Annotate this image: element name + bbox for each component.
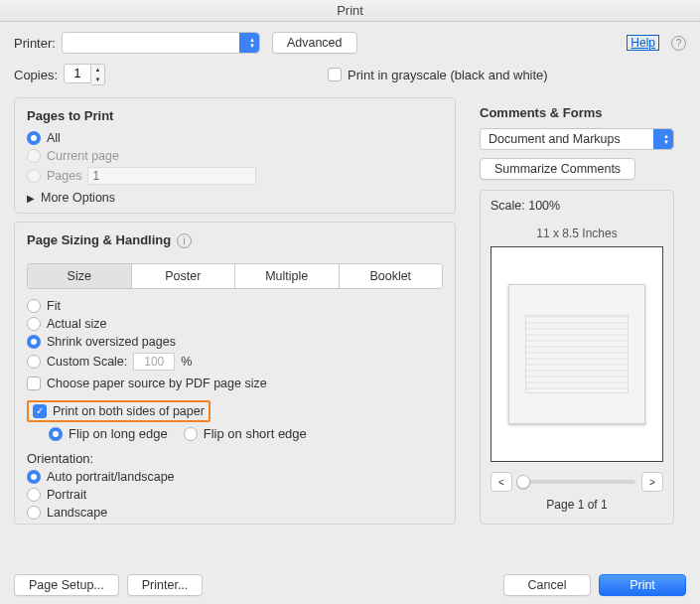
actual-label: Actual size — [47, 317, 106, 331]
more-options-label: More Options — [41, 191, 115, 205]
pages-to-print-panel: Pages to Print All Current page Pages ▶ … — [14, 97, 456, 214]
flip-long-radio[interactable] — [49, 427, 63, 441]
stepper-up-icon[interactable]: ▲ — [91, 65, 104, 75]
preview-frame — [490, 246, 663, 462]
fit-label: Fit — [47, 299, 61, 313]
choose-source-checkbox[interactable] — [27, 377, 41, 390]
pages-current-radio[interactable] — [27, 149, 41, 163]
custom-label: Custom Scale: — [47, 355, 127, 369]
custom-radio[interactable] — [27, 355, 41, 369]
shrink-label: Shrink oversized pages — [47, 335, 176, 349]
preview-page-of: Page 1 of 1 — [490, 498, 663, 512]
copies-label: Copies: — [14, 68, 58, 82]
updown-icon: ▲▼ — [663, 133, 669, 145]
cancel-button[interactable]: Cancel — [503, 574, 591, 596]
tab-booklet[interactable]: Booklet — [340, 264, 443, 288]
stepper-down-icon[interactable]: ▼ — [91, 75, 104, 84]
pages-range-radio[interactable] — [27, 169, 41, 183]
updown-icon: ▲▼ — [249, 37, 255, 49]
preview-next-button[interactable]: > — [641, 472, 663, 492]
orient-auto-label: Auto portrait/landscape — [47, 470, 175, 484]
orient-landscape-radio[interactable] — [27, 506, 41, 520]
tab-size[interactable]: Size — [28, 264, 132, 288]
fit-radio[interactable] — [27, 299, 41, 313]
print-button[interactable]: Print — [599, 574, 686, 596]
pages-all-radio[interactable] — [27, 131, 41, 145]
sizing-title: Page Sizing & Handling — [27, 232, 171, 247]
tab-multiple[interactable]: Multiple — [235, 264, 340, 288]
printer-select[interactable]: ▲▼ — [62, 32, 260, 54]
help-link[interactable]: Help — [627, 35, 659, 51]
preview-thumbnail — [508, 284, 645, 425]
preview-panel: Scale: 100% 11 x 8.5 Inches < > Page 1 o… — [480, 190, 674, 525]
tab-poster[interactable]: Poster — [132, 264, 236, 288]
preview-prev-button[interactable]: < — [490, 472, 512, 492]
preview-slider[interactable] — [518, 480, 635, 484]
sizing-panel: Page Sizing & Handling i Size Poster Mul… — [14, 222, 456, 525]
summarize-button[interactable]: Summarize Comments — [480, 158, 635, 180]
orient-auto-radio[interactable] — [27, 470, 41, 484]
pages-range-input[interactable] — [87, 167, 256, 185]
comments-forms-panel: Comments & Forms Document and Markups ▲▼… — [468, 97, 686, 190]
orient-portrait-radio[interactable] — [27, 488, 41, 502]
duplex-highlight: ✓ Print on both sides of paper — [27, 400, 210, 422]
disclosure-triangle-icon: ▶ — [27, 193, 35, 204]
pages-current-label: Current page — [47, 149, 119, 163]
duplex-checkbox[interactable]: ✓ — [33, 404, 47, 418]
shrink-radio[interactable] — [27, 335, 41, 349]
sizing-info-icon[interactable]: i — [177, 233, 192, 248]
preview-dimensions: 11 x 8.5 Inches — [490, 226, 663, 240]
custom-scale-input[interactable] — [133, 353, 175, 371]
comments-title: Comments & Forms — [480, 105, 674, 120]
comments-value: Document and Markups — [489, 132, 621, 146]
percent-label: % — [181, 355, 192, 369]
grayscale-checkbox[interactable] — [328, 68, 342, 81]
scale-label: Scale: 100% — [490, 199, 663, 213]
orient-landscape-label: Landscape — [47, 506, 107, 520]
more-options-toggle[interactable]: ▶ More Options — [27, 191, 443, 205]
copies-stepper[interactable]: ▲▼ — [64, 64, 105, 85]
actual-radio[interactable] — [27, 317, 41, 331]
orientation-title: Orientation: — [27, 451, 443, 466]
printer-button[interactable]: Printer... — [127, 574, 204, 596]
help-info-icon[interactable]: ? — [671, 36, 686, 51]
flip-long-label: Flip on long edge — [69, 426, 168, 441]
sizing-tabs: Size Poster Multiple Booklet — [27, 263, 443, 289]
choose-source-label: Choose paper source by PDF page size — [47, 377, 267, 390]
page-setup-button[interactable]: Page Setup... — [14, 574, 119, 596]
pages-all-label: All — [47, 131, 61, 145]
pages-range-label: Pages — [47, 169, 81, 183]
advanced-button[interactable]: Advanced — [272, 32, 357, 54]
orient-portrait-label: Portrait — [47, 488, 86, 502]
flip-short-radio[interactable] — [184, 427, 198, 441]
printer-label: Printer: — [14, 36, 56, 51]
grayscale-label: Print in grayscale (black and white) — [348, 68, 548, 82]
duplex-label: Print on both sides of paper — [53, 404, 205, 418]
window-title: Print — [0, 0, 700, 22]
flip-short-label: Flip on short edge — [204, 426, 307, 441]
pages-title: Pages to Print — [27, 108, 443, 123]
copies-input[interactable] — [64, 64, 91, 83]
comments-select[interactable]: Document and Markups ▲▼ — [480, 128, 674, 150]
